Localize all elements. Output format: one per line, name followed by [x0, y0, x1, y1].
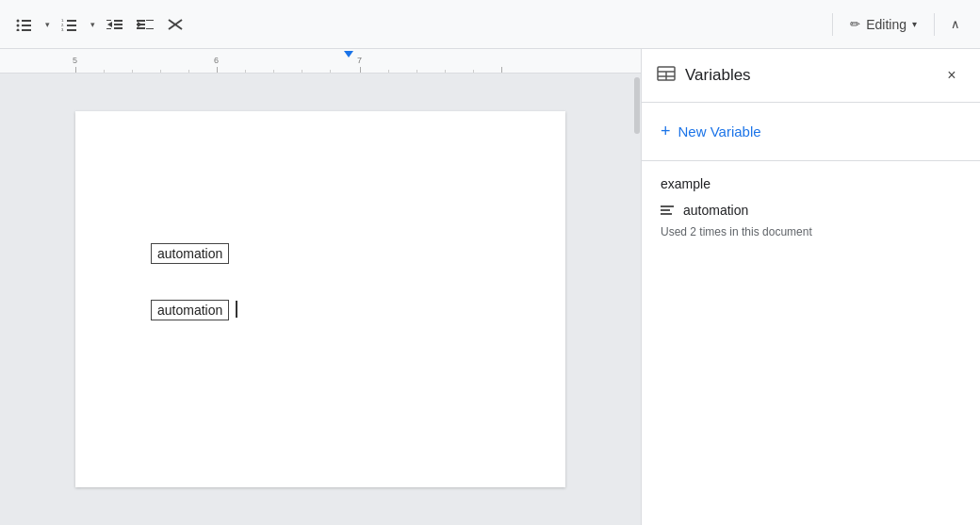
variables-panel-icon — [657, 66, 676, 85]
svg-rect-11 — [67, 29, 76, 31]
svg-rect-15 — [114, 27, 122, 29]
ruler-minor-tick-12 — [473, 70, 474, 73]
chevron-up-icon: ∧ — [951, 17, 960, 31]
numbered-list-icon[interactable]: 1. 2. 3. — [57, 11, 83, 38]
collapse-toolbar-button[interactable]: ∧ — [942, 11, 969, 38]
svg-marker-12 — [107, 22, 112, 27]
ruler-tick-8 — [501, 67, 502, 73]
variable-chip-2[interactable]: automation — [151, 300, 229, 320]
svg-rect-1 — [22, 20, 31, 22]
document-content[interactable]: automation automation — [0, 74, 641, 525]
increase-indent-icon[interactable] — [132, 11, 158, 38]
variables-panel: Variables × + New Variable example a — [641, 49, 980, 525]
text-cursor — [236, 301, 237, 318]
new-variable-label: New Variable — [678, 123, 761, 139]
decrease-indent-icon[interactable] — [102, 11, 128, 38]
svg-rect-23 — [146, 28, 154, 29]
panel-close-button[interactable]: × — [939, 62, 965, 89]
ruler-number-6: 6 — [214, 56, 219, 65]
svg-point-2 — [17, 24, 20, 26]
variable-list: example automation Used 2 times in this … — [642, 161, 980, 254]
variable-item-name: automation — [683, 203, 748, 218]
svg-rect-5 — [22, 29, 31, 31]
scrollbar-thumb[interactable] — [634, 77, 640, 134]
ruler-minor-tick-7 — [302, 70, 302, 73]
document-area: 5 6 7 a — [0, 49, 641, 525]
dropdown-numbered-icon[interactable]: ▾ — [87, 11, 98, 38]
panel-title: Variables — [685, 66, 751, 85]
plus-icon: + — [661, 122, 671, 141]
dropdown-arrow-icon: ▾ — [912, 19, 917, 29]
svg-rect-13 — [114, 20, 122, 22]
svg-point-0 — [17, 19, 20, 22]
dropdown-bullet-icon[interactable]: ▾ — [41, 11, 53, 38]
variable-group-name: example — [661, 176, 961, 191]
svg-text:3.: 3. — [61, 27, 64, 31]
ruler-tick-7 — [360, 67, 361, 73]
ruler-tick-5 — [75, 67, 76, 73]
svg-rect-7 — [67, 20, 76, 22]
variable-lines-icon — [661, 205, 674, 215]
ruler-tick-6 — [217, 67, 218, 73]
svg-rect-21 — [137, 27, 145, 29]
pencil-icon: ✏ — [850, 17, 860, 31]
ruler-minor-tick-11 — [445, 70, 446, 73]
svg-rect-17 — [106, 28, 111, 29]
toolbar-divider-1 — [832, 13, 833, 36]
ruler-minor-tick-3 — [160, 70, 161, 73]
toolbar-divider-2 — [934, 13, 935, 36]
svg-rect-3 — [22, 25, 31, 26]
variable-item[interactable]: automation — [661, 203, 961, 218]
ruler-minor-tick-2 — [132, 70, 133, 73]
svg-rect-9 — [67, 25, 76, 26]
panel-header-left: Variables — [657, 66, 751, 85]
variable-chip-1[interactable]: automation — [151, 243, 229, 264]
ruler: 5 6 7 — [0, 49, 641, 74]
ruler-minor-tick-6 — [273, 70, 274, 73]
ruler-minor-tick-4 — [188, 70, 189, 73]
editing-mode-button[interactable]: ✏ Editing ▾ — [841, 13, 926, 36]
ruler-minor-tick-10 — [416, 70, 417, 73]
svg-rect-19 — [137, 20, 145, 22]
clear-format-icon[interactable] — [162, 11, 188, 38]
new-variable-button[interactable]: + New Variable — [661, 118, 761, 145]
ruler-number-7: 7 — [357, 56, 362, 65]
document-page[interactable]: automation automation — [75, 111, 565, 487]
variable-usage-text: Used 2 times in this document — [661, 225, 961, 238]
toolbar: ▾ 1. 2. 3. ▾ — [0, 0, 980, 49]
svg-rect-20 — [137, 24, 145, 25]
scrollbar-track[interactable] — [633, 74, 641, 525]
svg-rect-16 — [106, 20, 111, 21]
bullet-list-icon[interactable] — [11, 11, 38, 38]
ruler-minor-tick-8 — [330, 70, 331, 73]
new-variable-section: + New Variable — [642, 103, 980, 161]
panel-header: Variables × — [642, 49, 980, 103]
tab-stop-marker[interactable] — [344, 51, 353, 57]
svg-rect-22 — [146, 20, 154, 21]
ruler-minor-tick-5 — [245, 70, 246, 73]
ruler-minor-tick-1 — [104, 70, 105, 73]
editing-mode-label: Editing — [866, 17, 906, 32]
close-icon: × — [947, 67, 956, 84]
ruler-minor-tick-9 — [388, 70, 389, 73]
svg-rect-14 — [114, 24, 122, 25]
main-area: 5 6 7 a — [0, 49, 980, 525]
ruler-number-5: 5 — [73, 56, 77, 65]
svg-point-4 — [17, 28, 20, 31]
